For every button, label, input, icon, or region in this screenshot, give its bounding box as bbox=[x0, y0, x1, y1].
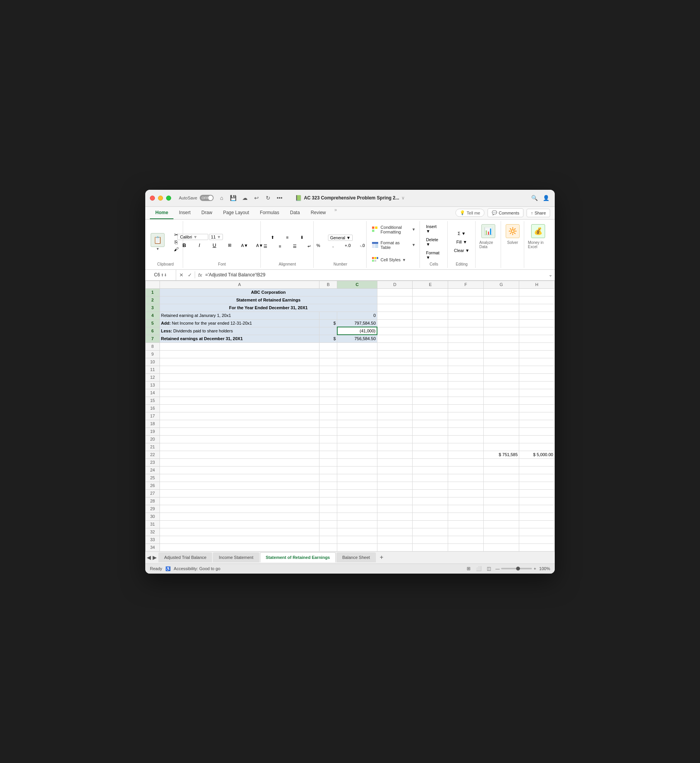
cell-22-3[interactable] bbox=[337, 451, 377, 458]
cell-7-4[interactable] bbox=[377, 335, 413, 342]
cell-12-4[interactable] bbox=[377, 373, 413, 381]
cell-19-7[interactable] bbox=[484, 427, 519, 435]
cell-8-5[interactable] bbox=[413, 342, 448, 350]
cell-21-1[interactable] bbox=[160, 443, 319, 451]
cell-b5[interactable]: $ bbox=[319, 319, 337, 327]
cell-22-6[interactable] bbox=[448, 451, 484, 458]
font-family-selector[interactable]: Calibri ▼ bbox=[177, 234, 208, 240]
cell-11-1[interactable] bbox=[160, 366, 319, 373]
cell-26-7[interactable] bbox=[484, 482, 519, 489]
col-header-b[interactable]: B bbox=[319, 281, 337, 288]
row-header-33[interactable]: 33 bbox=[146, 536, 160, 543]
fill-button[interactable]: Fill ▼ bbox=[454, 238, 469, 246]
cell-15-1[interactable] bbox=[160, 397, 319, 404]
cell-12-7[interactable] bbox=[484, 373, 519, 381]
insert-cells-button[interactable]: Insert ▼ bbox=[424, 223, 444, 235]
cell-32-7[interactable] bbox=[484, 528, 519, 536]
cell-13-3[interactable] bbox=[337, 381, 377, 389]
cell-19-6[interactable] bbox=[448, 427, 484, 435]
cell-14-8[interactable] bbox=[519, 389, 555, 397]
cell-19-1[interactable] bbox=[160, 427, 319, 435]
cell-4-6[interactable] bbox=[448, 312, 484, 319]
cell-h22[interactable]: $ 5,000.00 bbox=[519, 451, 555, 458]
cell-21-2[interactable] bbox=[319, 443, 337, 451]
fill-color-button[interactable]: A▼ bbox=[238, 242, 251, 249]
cell-4-8[interactable] bbox=[519, 312, 555, 319]
cell-34-8[interactable] bbox=[519, 543, 555, 551]
cell-23-2[interactable] bbox=[319, 458, 337, 466]
cell-19-5[interactable] bbox=[413, 427, 448, 435]
cell-15-5[interactable] bbox=[413, 397, 448, 404]
cell-18-3[interactable] bbox=[337, 420, 377, 427]
cell-31-1[interactable] bbox=[160, 520, 319, 528]
cell-17-2[interactable] bbox=[319, 412, 337, 420]
cell-26-1[interactable] bbox=[160, 482, 319, 489]
cell-25-1[interactable] bbox=[160, 474, 319, 482]
row-header-31[interactable]: 31 bbox=[146, 520, 160, 528]
cell-34-4[interactable] bbox=[377, 543, 413, 551]
cell-27-5[interactable] bbox=[413, 489, 448, 497]
row-header-8[interactable]: 8 bbox=[146, 342, 160, 350]
col-header-e[interactable]: E bbox=[413, 281, 448, 288]
cell-32-8[interactable] bbox=[519, 528, 555, 536]
cell-4-7[interactable] bbox=[484, 312, 519, 319]
cell-2-6[interactable] bbox=[448, 296, 484, 304]
solver-button[interactable]: 🔆 bbox=[503, 223, 523, 240]
cell-14-5[interactable] bbox=[413, 389, 448, 397]
cell-3-4[interactable] bbox=[377, 304, 413, 312]
cell-12-5[interactable] bbox=[413, 373, 448, 381]
cell-18-7[interactable] bbox=[484, 420, 519, 427]
tell-me-button[interactable]: 💡 Tell me bbox=[455, 209, 484, 217]
cell-29-1[interactable] bbox=[160, 505, 319, 513]
cell-1-5[interactable] bbox=[413, 288, 448, 296]
cell-2-7[interactable] bbox=[484, 296, 519, 304]
cell-3-7[interactable] bbox=[484, 304, 519, 312]
cell-18-5[interactable] bbox=[413, 420, 448, 427]
page-break-view-button[interactable]: ◫ bbox=[485, 565, 492, 572]
cell-33-7[interactable] bbox=[484, 536, 519, 543]
cell-14-6[interactable] bbox=[448, 389, 484, 397]
cell-20-5[interactable] bbox=[413, 435, 448, 443]
cell-7-6[interactable] bbox=[448, 335, 484, 342]
cell-22-4[interactable] bbox=[377, 451, 413, 458]
cell-11-4[interactable] bbox=[377, 366, 413, 373]
cell-3-8[interactable] bbox=[519, 304, 555, 312]
maximize-button[interactable] bbox=[166, 196, 171, 201]
more-icon[interactable]: ••• bbox=[275, 194, 284, 202]
align-middle-button[interactable]: ≡ bbox=[280, 233, 294, 242]
cell-29-5[interactable] bbox=[413, 505, 448, 513]
page-layout-view-button[interactable]: ⬜ bbox=[475, 565, 482, 572]
bold-button[interactable]: B bbox=[177, 241, 191, 250]
cell-20-1[interactable] bbox=[160, 435, 319, 443]
tab-formulas[interactable]: Formulas bbox=[255, 207, 285, 219]
cell-21-5[interactable] bbox=[413, 443, 448, 451]
cell-10-3[interactable] bbox=[337, 358, 377, 366]
cell-25-3[interactable] bbox=[337, 474, 377, 482]
undo-icon[interactable]: ↩ bbox=[252, 194, 261, 202]
cell-30-4[interactable] bbox=[377, 513, 413, 520]
cell-32-3[interactable] bbox=[337, 528, 377, 536]
row-header-15[interactable]: 15 bbox=[146, 397, 160, 404]
cell-19-4[interactable] bbox=[377, 427, 413, 435]
cell-9-1[interactable] bbox=[160, 350, 319, 358]
name-box[interactable]: C6 ⬆⬇ bbox=[145, 270, 176, 280]
cell-29-8[interactable] bbox=[519, 505, 555, 513]
col-header-h[interactable]: H bbox=[519, 281, 555, 288]
cell-7-5[interactable] bbox=[413, 335, 448, 342]
tab-scroll-right[interactable]: ▶ bbox=[153, 554, 157, 560]
cell-27-6[interactable] bbox=[448, 489, 484, 497]
cell-6-6[interactable] bbox=[448, 327, 484, 335]
cell-17-1[interactable] bbox=[160, 412, 319, 420]
cell-18-6[interactable] bbox=[448, 420, 484, 427]
cell-5-8[interactable] bbox=[519, 319, 555, 327]
cell-24-7[interactable] bbox=[484, 466, 519, 474]
cell-25-6[interactable] bbox=[448, 474, 484, 482]
cell-30-7[interactable] bbox=[484, 513, 519, 520]
cell-9-5[interactable] bbox=[413, 350, 448, 358]
cloud-save-icon[interactable]: ☁ bbox=[241, 194, 249, 202]
cell-21-8[interactable] bbox=[519, 443, 555, 451]
normal-view-button[interactable]: ⊞ bbox=[465, 565, 472, 572]
align-left-button[interactable]: ☰ bbox=[258, 242, 272, 250]
cell-26-2[interactable] bbox=[319, 482, 337, 489]
cell-6-7[interactable] bbox=[484, 327, 519, 335]
